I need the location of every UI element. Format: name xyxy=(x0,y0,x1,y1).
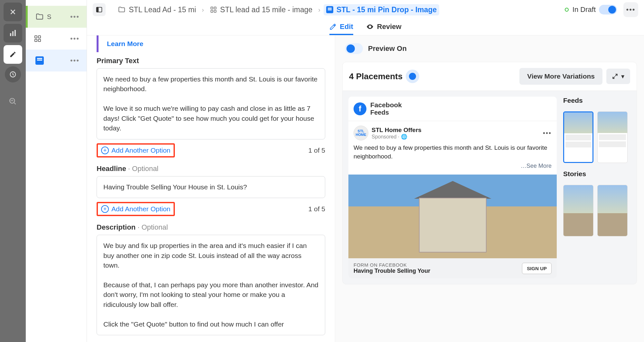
headline-label: Headline Optional xyxy=(97,165,325,173)
svg-rect-7 xyxy=(35,39,37,42)
status-toggle[interactable] xyxy=(599,5,617,14)
folder-icon xyxy=(118,6,126,14)
description-input[interactable]: We buy and fix up properties in the area… xyxy=(97,235,325,335)
chart-icon[interactable] xyxy=(4,24,22,43)
sidebar-toggle-icon[interactable] xyxy=(93,3,106,16)
description-label: Description Optional xyxy=(97,223,325,232)
feed-thumb-facebook[interactable] xyxy=(563,111,593,163)
status-dot-icon xyxy=(565,8,569,12)
svg-rect-2 xyxy=(14,30,16,36)
svg-rect-13 xyxy=(211,10,213,12)
headline-counter: 1 of 5 xyxy=(308,205,325,213)
plus-icon: + xyxy=(101,205,109,213)
close-button[interactable] xyxy=(4,3,22,21)
preview-toggle-label: Preview On xyxy=(368,44,407,53)
page-avatar: STLHOME xyxy=(354,126,368,140)
pulse-icon xyxy=(409,73,416,80)
preview-panel: Preview On 4 Placements View More Variat… xyxy=(335,35,644,342)
status-badge: In Draft xyxy=(565,5,596,14)
form-panel: Learn More Primary Text We need to buy a… xyxy=(87,35,335,342)
post-more-icon[interactable]: ••• xyxy=(543,129,552,137)
edit-icon[interactable] xyxy=(4,45,22,64)
learn-more-link[interactable]: Learn More xyxy=(107,40,143,47)
chevron-right-icon: › xyxy=(318,6,320,14)
svg-rect-12 xyxy=(214,7,216,9)
cta-button[interactable]: SIGN UP xyxy=(522,263,552,274)
sponsored-label: Sponsored · 🌐 xyxy=(372,134,540,140)
search-chart-icon[interactable] xyxy=(4,92,22,111)
add-primary-option-button[interactable]: + Add Another Option xyxy=(97,143,175,157)
story-thumb-2[interactable] xyxy=(597,185,628,236)
breadcrumb-ad[interactable]: STL - 15 mi Pin Drop - Image xyxy=(324,4,439,15)
preview-toggle[interactable] xyxy=(345,43,363,54)
headline-input[interactable]: Having Trouble Selling Your House in St.… xyxy=(97,176,325,198)
grid-icon xyxy=(210,6,217,13)
expand-preview-button[interactable]: ▾ xyxy=(606,69,630,84)
clock-icon[interactable] xyxy=(5,66,21,82)
story-thumb-1[interactable] xyxy=(563,185,593,236)
svg-point-15 xyxy=(369,26,371,27)
svg-rect-10 xyxy=(97,7,99,12)
adset-node[interactable]: ••• xyxy=(26,28,87,50)
facebook-logo-icon: f xyxy=(354,102,366,115)
post-primary-text: We need to buy a few properties this mon… xyxy=(354,144,552,163)
plus-icon: + xyxy=(101,147,109,154)
breadcrumb-adset[interactable]: STL lead ad 15 mile - image xyxy=(207,4,315,15)
primary-text-counter: 1 of 5 xyxy=(308,147,325,154)
ad-icon xyxy=(35,56,44,65)
tab-row: Edit Review xyxy=(87,19,644,35)
page-name: STL Home Offers xyxy=(372,127,540,134)
learn-more-card: Learn More xyxy=(97,35,325,52)
svg-rect-8 xyxy=(38,39,41,42)
folder-icon xyxy=(35,12,44,22)
svg-rect-1 xyxy=(12,31,14,36)
more-icon[interactable]: ••• xyxy=(70,34,80,43)
cta-headline: Having Trouble Selling Your xyxy=(354,268,430,274)
svg-rect-5 xyxy=(35,36,37,38)
more-menu-button[interactable]: ••• xyxy=(623,2,638,17)
form-source-label: FORM ON FACEBOOK xyxy=(354,262,430,268)
see-more-link[interactable]: …See More xyxy=(354,163,552,171)
feeds-thumb-label: Feeds xyxy=(563,97,631,104)
chevron-down-icon: ▾ xyxy=(621,72,624,80)
svg-rect-11 xyxy=(211,7,213,9)
chevron-right-icon: › xyxy=(202,6,204,14)
nav-rail xyxy=(0,0,26,342)
breadcrumb-bar: STL Lead Ad - 15 mi › STL lead ad 15 mil… xyxy=(87,0,644,19)
primary-text-input[interactable]: We need to buy a few properties this mon… xyxy=(97,68,325,139)
svg-rect-0 xyxy=(10,33,11,36)
more-icon[interactable]: ••• xyxy=(70,13,80,21)
feed-thumb-instagram[interactable] xyxy=(597,111,628,163)
breadcrumb-campaign[interactable]: STL Lead Ad - 15 mi xyxy=(115,4,199,15)
primary-text-label: Primary Text xyxy=(97,57,325,65)
more-icon[interactable]: ••• xyxy=(70,56,80,65)
surface-label: Feeds xyxy=(370,109,402,116)
campaign-node[interactable]: S ••• xyxy=(26,6,87,28)
facebook-preview-card: f Facebook Feeds STLHOME STL Home Offers xyxy=(348,97,557,278)
stories-thumb-label: Stories xyxy=(563,170,631,178)
ad-node[interactable]: ••• xyxy=(26,50,87,71)
svg-rect-6 xyxy=(38,36,41,38)
network-label: Facebook xyxy=(370,101,402,109)
grid-icon xyxy=(33,34,43,43)
hierarchy-rail: S ••• ••• ••• xyxy=(26,0,87,342)
view-more-variations-button[interactable]: View More Variations xyxy=(519,68,602,85)
add-headline-option-button[interactable]: + Add Another Option xyxy=(97,202,175,216)
svg-rect-14 xyxy=(214,10,216,12)
ad-icon xyxy=(326,6,333,13)
tab-review[interactable]: Review xyxy=(366,19,402,35)
tab-edit[interactable]: Edit xyxy=(329,19,353,35)
placements-count: 4 Placements xyxy=(349,71,402,81)
ad-image xyxy=(348,175,557,258)
